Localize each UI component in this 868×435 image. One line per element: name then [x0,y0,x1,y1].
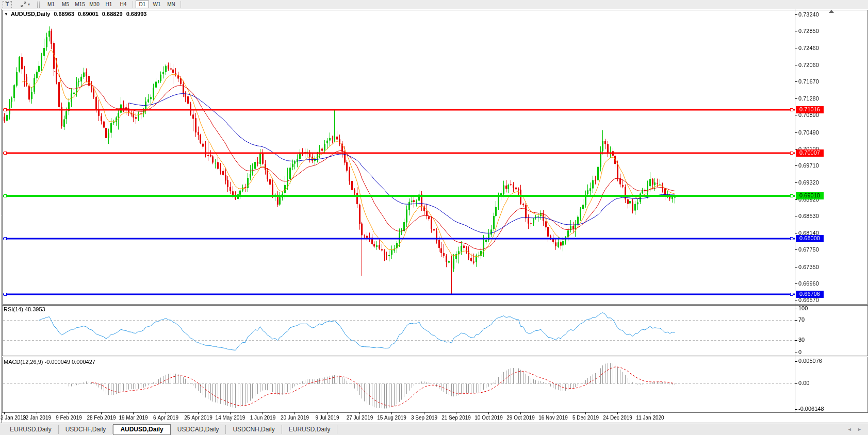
price-chart-canvas[interactable] [0,0,868,435]
dropdown-caret-icon: ▾ [28,2,30,7]
timeframe-m5-button[interactable]: M5 [59,1,72,8]
rsi-indicator-label: RSI(14) 48.3953 [4,306,45,312]
tab-scroll-arrows: ◄ ► [843,427,862,432]
toolbar-grip [37,2,40,8]
timeframe-m30-button[interactable]: M30 [88,1,101,8]
text-tool-button[interactable]: T [3,1,12,8]
chart-symbol: AUDUSD,Daily [11,11,50,17]
tab-eurusd-2[interactable]: EURUSD,Daily [282,425,338,434]
chart-title: ▼ AUDUSD,Daily 0.68963 0.69001 0.68829 0… [4,11,146,17]
tab-usdcnh[interactable]: USDCNH,Daily [226,425,282,434]
cursor-tool-icon [20,1,27,8]
timeframe-h4-button[interactable]: H4 [117,1,130,8]
chart-tab-bar: EURUSD,Daily USDCHF,Daily AUDUSD,Daily U… [0,423,868,435]
tab-scroll-right-icon[interactable]: ► [857,427,862,432]
toolbar-separator [133,1,133,8]
collapse-marker-icon[interactable]: ▼ [4,12,8,16]
timeframe-m15-button[interactable]: M15 [73,1,87,8]
mt4-window: T ▾ M1 M5 M15 M30 H1 H4 D1 W1 MN ▼ AUDUS… [0,0,868,435]
toolbar: T ▾ M1 M5 M15 M30 H1 H4 D1 W1 MN [0,0,868,9]
timeframe-m1-button[interactable]: M1 [44,1,58,8]
timeframe-mn-button[interactable]: MN [165,1,178,8]
ohlc-open: 0.68963 [54,11,74,17]
ohlc-low: 0.68829 [102,11,123,17]
tab-eurusd-1[interactable]: EURUSD,Daily [3,425,59,434]
toolbar-separator [181,1,181,8]
ohlc-close: 0.68993 [126,11,147,17]
macd-indicator-label: MACD(12,26,9) -0.000049 0.000427 [4,359,95,365]
timeframe-w1-button[interactable]: W1 [150,1,163,8]
tab-usdchf[interactable]: USDCHF,Daily [59,425,113,434]
tab-usdcad[interactable]: USDCAD,Daily [171,425,226,434]
cursor-tool-button[interactable]: ▾ [19,1,31,8]
timeframe-d1-button[interactable]: D1 [136,1,149,8]
timeframe-h1-button[interactable]: H1 [102,1,116,8]
tab-audusd-active[interactable]: AUDUSD,Daily [113,424,170,435]
ohlc-high: 0.69001 [78,11,99,17]
tab-scroll-left-icon[interactable]: ◄ [847,427,852,432]
